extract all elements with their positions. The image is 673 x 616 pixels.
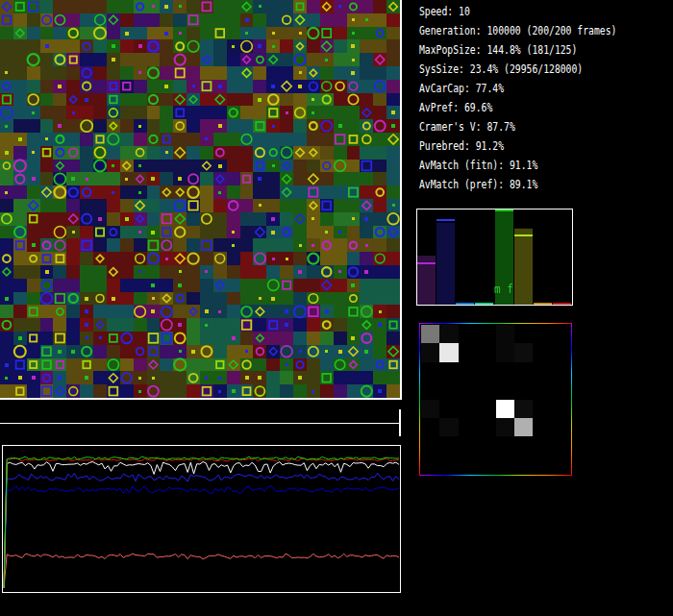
simulation-window: Speed: 10 Generation: 100000 (200/200 fr… [0, 0, 673, 616]
stat-cramers-v: Cramer's V: 87.7% [419, 117, 616, 136]
stat-avpref: AvPref: 69.6% [419, 98, 616, 117]
stat-purebred: Purebred: 91.2% [419, 136, 616, 156]
stats-panel: Speed: 10 Generation: 100000 (200/200 fr… [419, 2, 672, 194]
stat-generation: Generation: 100000 (200/200 frames) [419, 21, 616, 40]
frame-progress-track [0, 423, 400, 424]
history-line-canvas [3, 446, 400, 592]
mating-matrix-heatmap [419, 323, 572, 476]
world-grid-panel [0, 0, 402, 400]
stat-maxpopsize: MaxPopSize: 144.8% (181/125) [419, 40, 616, 60]
stat-syssize: SysSize: 23.4% (29956/128000) [419, 60, 616, 79]
world-grid-canvas[interactable] [0, 0, 400, 398]
stat-avmatch-fitn: AvMatch (fitn): 91.1% [419, 156, 616, 175]
frame-progress-marker[interactable] [399, 409, 401, 436]
sex-label-mf: m f [494, 283, 513, 295]
population-bar-chart: m f [416, 209, 573, 306]
stat-speed: Speed: 10 [419, 2, 616, 21]
stat-avmatch-pref: AvMatch (pref): 89.1% [419, 175, 616, 194]
stat-avcarcap: AvCarCap: 77.4% [419, 79, 616, 98]
history-line-chart [2, 445, 401, 593]
